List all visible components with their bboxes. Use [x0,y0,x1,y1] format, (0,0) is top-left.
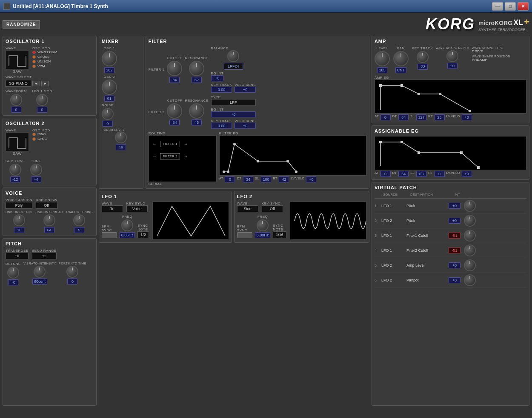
feg-dt-val: 34 [243,176,253,182]
mixer-punch-knob[interactable] [115,131,127,143]
f1-keytrack-label: KEY TRACK [211,83,232,87]
filter-title: FILTER [149,39,366,44]
amp-level-col: LEVEL 105 [375,46,390,73]
feg-rt-val: 42 [279,176,289,182]
amp-waveshape-col: WAVE SHAPE DEPTH 20 [435,46,469,70]
lfo1-bpm-toggle[interactable] [102,232,117,238]
vibrato-label: VIBRATO INTENSITY [23,262,56,265]
close-button[interactable]: ✕ [518,2,529,11]
vibrato-knob[interactable] [34,266,46,278]
f2-right-col: TYPE LPF EG INT +0 KEY TRACK 0.00 [211,95,256,129]
vp-row-knob[interactable] [464,245,476,256]
feg-at-label: AT [219,176,223,182]
titlebar: Untitled [A11:ANALOG] Timbre 1 Synth — □… [0,0,532,13]
lfo2-keysync-col: KEY SYNC Off [262,202,283,212]
vp-row-dest: Panpot [406,278,447,282]
feg-lv-label: LV.VELO [291,176,304,182]
aeg-rt-label: RT [428,171,433,177]
osc1-wave-next[interactable]: ► [41,81,49,86]
osc1-waveform-col: WAVEFORM 0 [6,89,27,113]
osc1-lfo1mod-knob[interactable] [36,94,48,106]
osc1-cross-radio[interactable]: CROSS [32,55,57,59]
unison-detune-knob[interactable] [13,214,25,226]
amp-level-knob[interactable] [375,51,390,66]
osc2-semitone-knob[interactable] [9,164,21,176]
app-icon [3,3,10,10]
maximize-button[interactable]: □ [505,2,516,11]
vp-row-knob[interactable] [464,200,476,212]
vp-row-knob[interactable] [464,230,476,242]
mixer-osc1-val: 102 [104,67,114,73]
lfo2-bpm-toggle[interactable] [237,232,252,238]
osc2-title: OSCILLATOR 2 [6,121,94,126]
mixer-osc1-knob[interactable] [102,51,117,66]
osc2-sync-radio[interactable]: SYNC [32,137,50,141]
f1-res-knob[interactable] [189,61,204,76]
f2-res-knob[interactable] [189,103,204,119]
mixer-osc2-knob[interactable] [102,80,117,95]
amp-waveshape-knob[interactable] [446,50,458,62]
mixer-noise-val: 0 [103,121,113,127]
randomize-button[interactable]: RANDOMIZE [3,20,40,28]
f2-cutoff-col: CUTOFF 84 [167,99,182,125]
f2-cutoff-knob[interactable] [167,103,182,119]
f1-res-label: RESONANCE [185,56,208,60]
balance-knob[interactable] [227,50,239,62]
aeg-at-val: 0 [380,171,391,177]
routing-section: ROUTING → FILTER 1 → → [149,131,217,186]
korg-brand: KORG [426,15,475,33]
vp-row-dest: Filter1 Cutoff [406,233,447,238]
unison-spread-label: UNISON SPREAD [35,210,63,213]
osc2-tune-knob[interactable] [30,164,42,176]
mixer-punch-row: PUNCH LEVEL 19 [102,128,140,150]
vp-row-knob[interactable] [464,215,476,227]
filter2-box: FILTER 2 [160,153,180,159]
lfo1-freq-knob[interactable] [121,219,133,231]
amp-at-label: AT [375,114,379,120]
vp-row-source: LFO 2 [381,263,405,267]
unison-spread-knob[interactable] [43,214,55,226]
osc2-ring-radio[interactable]: RING [32,132,50,136]
analog-tuning-knob[interactable] [73,214,85,226]
amp-title: AMP [375,39,526,44]
f1-cutoff-knob[interactable] [167,61,182,76]
lfo2-freq-knob[interactable] [257,219,269,231]
vp-row: 3 LFO 1 Filter1 Cutoff -51 [375,228,526,243]
osc1-waveform-radio[interactable]: WAVEFORM [32,50,57,54]
osc1-wave-prev[interactable]: ◄ [32,81,40,86]
mixer-noise-label: NOISE [102,103,113,107]
portmento-knob[interactable] [66,266,78,278]
mixer-osc1-col: OSC 1 102 [102,46,117,73]
feg-lv-val: +0 [306,176,316,182]
osc1-vpm-radio[interactable]: VPM [32,64,57,68]
amp-pan-label: PAN [397,46,404,50]
aeg-rt-val: 0 [435,171,445,177]
osc1-waveform-knob[interactable] [10,94,22,106]
assignable-eg-display [375,136,526,170]
osc1-lfo1mod-val: 0 [37,107,47,113]
vp-row-knob[interactable] [464,259,476,271]
vp-row-knob[interactable] [464,274,476,286]
vp-row-num: 2 [375,219,380,223]
mixer-noise-knob[interactable] [102,108,114,120]
minimize-button[interactable]: — [492,2,503,11]
lfo2-wave-display: Sine [237,205,258,212]
amp-keytrack-knob[interactable] [417,51,429,63]
osc1-wave-svg [7,51,28,68]
detune-knob[interactable] [7,267,19,279]
unison-sw-label: UNISON SW [36,198,57,202]
feg-sl-val: 100 [261,176,271,182]
amp-panel: AMP LEVEL 105 PAN CNT [372,36,529,123]
bend-range-col: BEND RANGE +2 [32,249,57,259]
cross-radio-label: CROSS [37,55,49,59]
f2-res-label: RESONANCE [185,99,208,102]
titlebar-left: Untitled [A11:ANALOG] Timbre 1 Synth [3,3,108,10]
amp-eg-vals: AT 0 DT 64 SL 127 RT 23 LV.VELO +0 [375,114,526,120]
amp-pan-knob[interactable] [393,51,409,66]
osc1-unison-radio[interactable]: UNISON [32,60,57,63]
assignable-eg-title: ASSIGNABLE EG [375,128,526,134]
osc2-oscmod-label: OSC MOD [32,128,50,132]
vp-int-header: INT [455,193,460,196]
amp-shape-row1: KEY TRACK -23 WAVE SHAPE DEPTH 20 WAVE S… [412,46,510,70]
f2-velo-label: VELO SENS [235,119,256,123]
